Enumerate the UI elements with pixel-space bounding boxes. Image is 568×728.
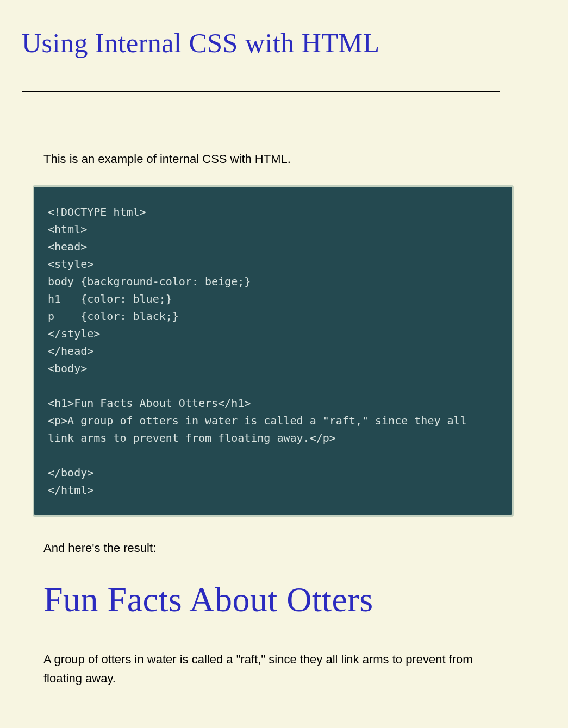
intro-text: This is an example of internal CSS with … — [43, 152, 514, 166]
result-heading: Fun Facts About Otters — [43, 580, 514, 620]
divider — [22, 91, 500, 92]
result-paragraph: A group of otters in water is called a "… — [43, 650, 495, 688]
result-label: And here's the result: — [43, 541, 514, 555]
code-content: <!DOCTYPE html> <html> <head> <style> bo… — [48, 203, 498, 499]
page-title: Using Internal CSS with HTML — [22, 27, 546, 59]
code-block: <!DOCTYPE html> <html> <head> <style> bo… — [33, 185, 514, 517]
